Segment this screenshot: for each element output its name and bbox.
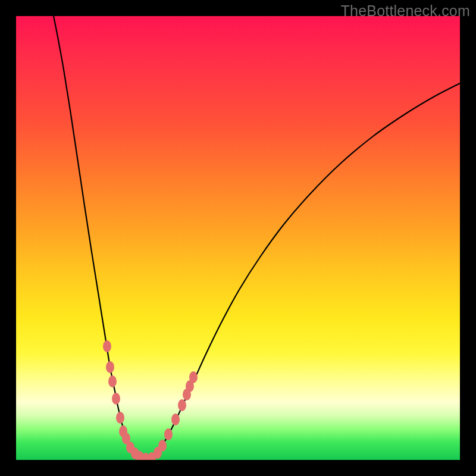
chart-svg	[16, 16, 460, 460]
plot-area	[16, 16, 460, 460]
data-marker	[112, 393, 120, 405]
data-marker	[189, 371, 198, 383]
curve-right-branch	[147, 83, 460, 459]
chart-frame: TheBottleneck.com	[0, 0, 476, 476]
data-marker	[108, 375, 117, 387]
watermark-text: TheBottleneck.com	[341, 2, 470, 20]
data-marker	[171, 414, 180, 425]
data-marker	[116, 412, 124, 424]
curve-left-branch	[52, 16, 147, 459]
data-marker	[158, 440, 167, 452]
data-marker	[106, 361, 114, 373]
marker-group	[103, 340, 198, 460]
data-marker	[164, 428, 173, 440]
data-marker	[103, 340, 111, 352]
data-marker	[178, 399, 186, 411]
